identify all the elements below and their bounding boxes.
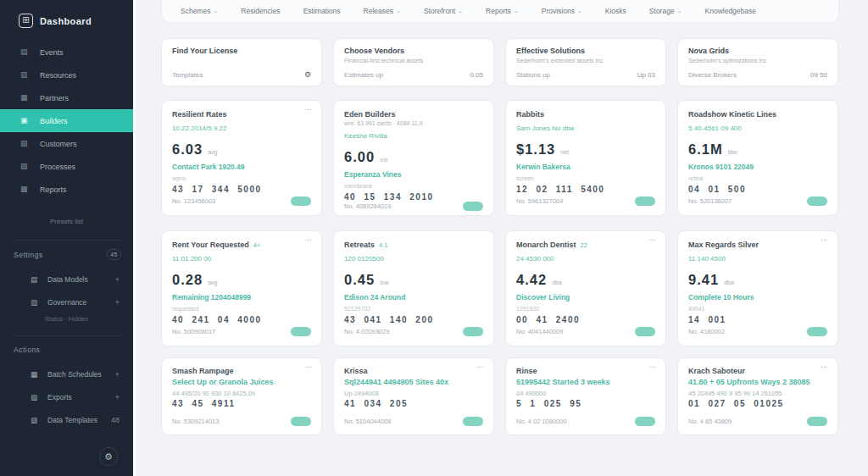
nav-menu-item[interactable]: Storefront ⌄ (424, 7, 463, 15)
sidebar-menu-item[interactable]: ▤ Events (0, 41, 133, 64)
ellipsis-menu-icon[interactable]: ⋯ (304, 235, 313, 244)
stat-value: 6.03 (172, 141, 203, 158)
nav-menu-item[interactable]: Estimations (303, 7, 341, 15)
stat-card-link[interactable]: 24 4530 000 (516, 255, 655, 263)
stat-value-row: 6.03 avg (172, 141, 311, 158)
toggle-pill[interactable] (635, 417, 655, 426)
stat-card[interactable]: ⋯ Max Regards Silver 11 140 4500 9.41 db… (677, 230, 838, 346)
section-item-icon: ▧ (31, 393, 37, 401)
nav-menu-item[interactable]: Releases ⌄ (364, 7, 401, 15)
toggle-pill[interactable] (291, 417, 311, 426)
stat-card-title: Retreats (344, 241, 375, 249)
nav-menu-item[interactable]: Kiosks (605, 7, 626, 15)
nav-menu-item[interactable]: Schemes ⌄ (181, 7, 218, 15)
add-icon[interactable]: + (115, 275, 120, 284)
gear-icon[interactable]: ⚙ (304, 70, 311, 79)
compact-numbers: 5 1 025 95 (516, 399, 655, 408)
stat-card[interactable]: Retreats 4.1 120 0120500 0.45 low Edison… (333, 230, 494, 346)
stat-value: 4.42 (516, 272, 547, 288)
toggle-pill[interactable] (807, 417, 827, 426)
toggle-pill[interactable] (291, 196, 311, 206)
nav-menu-item[interactable]: Residencies (241, 7, 280, 15)
stat-card[interactable]: ⋯ Rent Your Requested 4+ 11 01 200 00 0.… (161, 230, 322, 346)
ellipsis-menu-icon[interactable]: ⋯ (821, 235, 829, 244)
ellipsis-menu-icon[interactable]: ⋯ (648, 235, 657, 244)
ellipsis-menu-icon[interactable]: ⋯ (476, 363, 485, 371)
item-action[interactable]: 48 (111, 416, 120, 424)
chevron-down-icon: ⌄ (396, 8, 401, 14)
item-action[interactable]: + (115, 393, 120, 401)
sidebar-menu-item[interactable]: ▥ Resources (0, 64, 133, 86)
ellipsis-menu-icon[interactable]: ⋯ (821, 363, 829, 371)
stat-card-link[interactable]: 11 01 200 00 (172, 255, 311, 263)
help-button[interactable]: ⚙ (99, 447, 118, 466)
toggle-pill[interactable] (807, 196, 827, 206)
summary-card-footer: Estimates up 0.05 (344, 71, 483, 79)
nav-menu-item[interactable]: Knowledgebase (705, 7, 757, 15)
nav-item-label: Provisions (542, 7, 575, 15)
stat-card[interactable]: ⋯ Monarch Dentist 22 24 4530 000 4.42 db… (505, 230, 666, 346)
ellipsis-menu-icon[interactable]: ⋯ (304, 363, 313, 371)
toggle-pill[interactable] (635, 327, 655, 336)
ellipsis-menu-icon[interactable]: ⋯ (648, 363, 657, 371)
stat-card-link[interactable]: 11 140 4500 (688, 255, 827, 263)
stat-value-suffix: dba (552, 280, 562, 285)
stat-numbers: 43 17 344 5000 (172, 185, 311, 194)
stat-card-link[interactable]: Keeshe Rivilla (344, 132, 483, 140)
toggle-pill[interactable] (463, 327, 483, 336)
stat-card[interactable]: Rabbits Sam Jones No dba $1.13 net Kerwi… (505, 100, 666, 216)
compact-card[interactable]: ⋯ Krach Saboteur 41.80 + 05 Upfronts Way… (677, 357, 838, 435)
nav-menu-item[interactable]: Storage ⌄ (649, 7, 682, 15)
toggle-pill[interactable] (463, 417, 483, 426)
toggle-pill[interactable] (463, 202, 483, 211)
stat-card-tag: 22 (581, 241, 587, 249)
sidebar-menu-item[interactable]: ▦ Partners (0, 86, 133, 109)
compact-card[interactable]: ⋯ Rinse 51995442 Started 3 weeks 04 4900… (505, 357, 666, 435)
sidebar-menu-item[interactable]: ▨ Processes (0, 155, 133, 178)
sidebar-section-item[interactable]: ▦ Batch Schedules + (0, 363, 133, 385)
stat-card-link[interactable]: 120 0120500 (344, 255, 483, 263)
item-action[interactable]: + (115, 370, 120, 379)
toggle-pill[interactable] (291, 327, 311, 336)
stat-card[interactable]: Eden Builders wre. 63.991 cards · 4084.1… (333, 100, 494, 216)
compact-card[interactable]: ⋯ Krissa Sql244941 4494905 Sites 40x Up … (333, 357, 494, 435)
stat-note: screen (516, 175, 655, 181)
sidebar-menu-item[interactable]: ▣ Builders (0, 109, 133, 132)
sidebar-section-item[interactable]: ▤ Data Models + (0, 268, 133, 291)
footer-reference: No. 4089284019 (344, 202, 391, 210)
sidebar-section-item[interactable]: ▥ Governance + (0, 291, 133, 313)
compact-numbers: 41 034 205 (344, 399, 483, 408)
summary-card[interactable]: Find Your License Templates ⚙ (161, 38, 322, 86)
sidebar-menu-item[interactable]: ▧ Customers (0, 132, 133, 155)
stat-card-title: Rabbits (516, 110, 544, 119)
compact-numbers: 43 45 4911 (172, 399, 311, 408)
footer-reference: No. 5309214013 (172, 418, 219, 425)
sidebar-menu-item[interactable]: ▩ Reports (0, 178, 133, 201)
compact-note: 45 20495 490 9 95 99 14 261055 (688, 390, 827, 397)
toggle-pill[interactable] (635, 196, 655, 206)
stat-card-link[interactable]: 10.22.2014/5 9.22 (172, 125, 311, 132)
stat-card-link[interactable]: 5.40-4561 09 400 (688, 125, 827, 132)
stat-highlight: Kerwin Bakersa (516, 163, 655, 171)
menu-item-icon: ▩ (20, 185, 30, 194)
stat-value-row: 9.41 dba (688, 272, 827, 288)
stat-card[interactable]: ⋯ Resilient Rates 10.22.2014/5 9.22 6.03… (161, 100, 322, 216)
stat-card-link[interactable]: Sam Jones No dba (516, 125, 655, 132)
sidebar-divider (12, 335, 121, 336)
stat-numbers: 12 02 111 5400 (516, 185, 655, 194)
add-icon[interactable]: + (115, 298, 120, 307)
nav-menu-item[interactable]: Provisions ⌄ (542, 7, 582, 15)
stat-value: 6.00 (344, 149, 375, 165)
sidebar-section-item[interactable]: ▧ Exports + (0, 385, 133, 408)
stat-card-footer: No. 500908017 (172, 327, 311, 336)
sidebar-section-item[interactable]: ▨ Data Templates 48 (0, 408, 133, 431)
stat-card[interactable]: Roadshow Kinetic Lines 5.40-4561 09 400 … (677, 100, 838, 216)
nav-menu-item[interactable]: Reports ⌄ (486, 7, 519, 15)
summary-card[interactable]: Choose Vendors Financial-first technical… (333, 38, 494, 86)
toggle-pill[interactable] (807, 327, 827, 336)
compact-card[interactable]: ⋯ Smash Rampage Select Up or Granola Jui… (161, 357, 322, 435)
summary-card[interactable]: Effective Solutions Sederholm's extended… (505, 38, 666, 86)
summary-card[interactable]: Nova Grids Sederholm's optimizations inc… (677, 38, 838, 86)
chevron-down-icon: ⌄ (213, 8, 218, 14)
ellipsis-menu-icon[interactable]: ⋯ (304, 105, 313, 113)
